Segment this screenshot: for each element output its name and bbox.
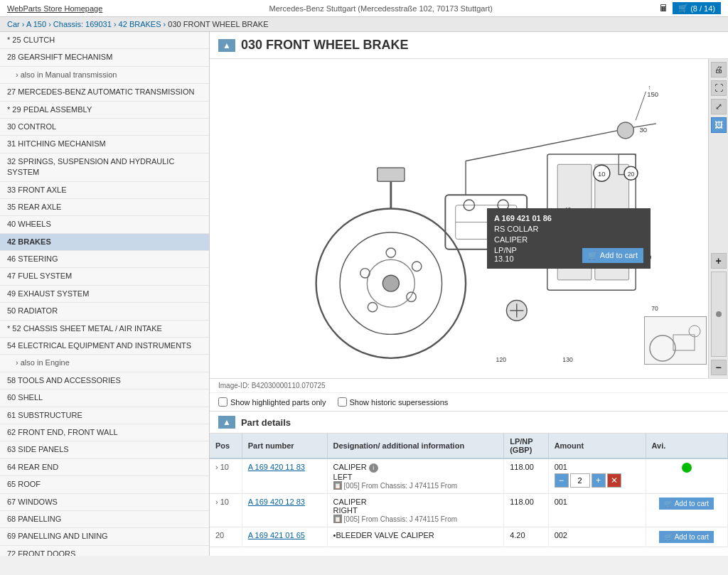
diagram-area: 10 20 30 150 ↑ 100 40 50 80 70 120 130 xyxy=(210,59,728,379)
sidebar-item[interactable]: 67 WINDOWS xyxy=(0,494,209,511)
breadcrumb-current: 030 FRONT WHEEL BRAKE xyxy=(168,20,268,28)
cart-button[interactable]: 🛒 (8 / 14) xyxy=(673,2,721,14)
collapse-parts-button[interactable]: ▲ xyxy=(218,416,235,429)
cell-designation: •BLEEDER VALVE CALIPER xyxy=(327,527,504,547)
supersessions-checkbox[interactable] xyxy=(338,397,347,407)
print-icon[interactable]: 🖨 xyxy=(711,62,727,77)
cell-designation: CALIPER RIGHT 📋 [005] From Chassis: J 47… xyxy=(327,494,504,527)
breadcrumb-item[interactable]: 42 BRAKES xyxy=(119,20,161,28)
expand-icon[interactable]: ⤢ xyxy=(711,99,727,114)
highlight-filter[interactable]: Show highlighted parts only xyxy=(218,397,326,407)
supersessions-filter[interactable]: Show historic supersessions xyxy=(338,397,449,407)
svg-point-5 xyxy=(412,262,422,271)
sidebar-item[interactable]: 46 STEERING xyxy=(0,251,209,268)
table-row: › 10 A 169 420 12 83 CALIPER RIGHT 📋 [00… xyxy=(210,494,728,527)
part-number-link[interactable]: A 169 420 11 83 xyxy=(248,463,305,471)
col-avi: Avi. xyxy=(646,434,727,458)
col-pos: Pos xyxy=(210,434,242,458)
cell-lp-np: 118.00 xyxy=(504,494,548,527)
qty-input[interactable] xyxy=(570,473,590,488)
sidebar-item[interactable]: 65 ROOF xyxy=(0,476,209,493)
sidebar-item[interactable]: 50 RADIATOR xyxy=(0,303,209,320)
part-number-link[interactable]: A 169 421 01 65 xyxy=(248,531,305,539)
sidebar-item[interactable]: 27 MERCEDES-BENZ AUTOMATIC TRANSMISSION xyxy=(0,84,209,101)
sidebar-item[interactable]: 72 FRONT DOORS xyxy=(0,546,209,556)
sidebar-item[interactable]: 47 FUEL SYSTEM xyxy=(0,268,209,285)
parts-table-body: › 10 A 169 420 11 83 CALIPER i LEFT 📋 [0… xyxy=(210,458,728,547)
sidebar-item[interactable]: * 29 PEDAL ASSEMBLY xyxy=(0,102,209,119)
highlight-checkbox[interactable] xyxy=(218,397,228,407)
svg-point-6 xyxy=(407,292,416,301)
sidebar-item[interactable]: 42 BRAKES xyxy=(0,234,209,251)
dealer-info: Mercedes-Benz Stuttgart (Mercedesstraße … xyxy=(269,4,493,13)
add-to-cart-button[interactable]: 🛒 Add to cart xyxy=(659,531,714,543)
svg-text:120: 120 xyxy=(496,356,507,363)
tooltip-popup: A 169 421 01 86 RS COLLAR CALIPER LP/NP … xyxy=(487,208,651,269)
sidebar-item[interactable]: › also in Engine xyxy=(0,355,209,372)
breadcrumb-item[interactable]: Chassis: 169031 xyxy=(53,20,112,28)
cell-part-number: A 169 420 12 83 xyxy=(242,494,327,527)
sidebar-item[interactable]: 54 ELECTRICAL EQUIPMENT AND INSTRUMENTS xyxy=(0,338,209,355)
svg-point-4 xyxy=(386,248,395,257)
sidebar-item[interactable]: 60 SHELL xyxy=(0,389,209,407)
sidebar-item[interactable]: 32 SPRINGS, SUSPENSION AND HYDRAULIC SYS… xyxy=(0,154,209,182)
breadcrumb: Car › A 150 › Chassis: 169031 › 42 BRAKE… xyxy=(0,17,728,32)
sidebar-item[interactable]: 40 WHEELS xyxy=(0,216,209,233)
info-icon[interactable]: i xyxy=(369,463,378,473)
sidebar-item[interactable]: › also in Manual transmission xyxy=(0,67,209,84)
content-area: ▲ 030 FRONT WHEEL BRAKE xyxy=(210,32,728,556)
filter-bar: Show highlighted parts only Show histori… xyxy=(210,393,728,412)
sidebar-item[interactable]: 63 SIDE PANELS xyxy=(0,441,209,458)
sidebar-item[interactable]: 33 FRONT AXLE xyxy=(0,182,209,199)
sidebar-item[interactable]: 30 CONTROL xyxy=(0,119,209,136)
cell-avi: 🛒 Add to cart xyxy=(646,527,727,547)
zoom-in-button[interactable]: + xyxy=(711,253,727,269)
qty-minus-button[interactable]: − xyxy=(555,473,569,488)
tooltip-add-cart-button[interactable]: 🛒 Add to cart xyxy=(582,248,643,263)
sidebar-item[interactable]: 58 TOOLS AND ACCESSORIES xyxy=(0,372,209,389)
cell-amount: 002 xyxy=(548,527,646,547)
parts-table: Pos Part number Designation/ additional … xyxy=(210,434,728,547)
availability-indicator xyxy=(682,463,692,473)
cell-avi: 🛒 Add to cart xyxy=(646,494,727,527)
qty-delete-button[interactable]: ✕ xyxy=(607,473,621,488)
tooltip-description: RS COLLAR xyxy=(494,225,552,233)
breadcrumb-item[interactable]: A 150 xyxy=(26,20,46,28)
sidebar-item[interactable]: 31 HITCHING MECHANISM xyxy=(0,136,209,153)
svg-point-8 xyxy=(360,269,370,278)
store-homepage-link[interactable]: WebParts Store Homepage xyxy=(7,4,102,13)
add-to-cart-button[interactable]: 🛒 Add to cart xyxy=(659,498,714,510)
fullscreen-icon[interactable]: ⛶ xyxy=(711,80,727,96)
qty-controls: − + ✕ xyxy=(555,473,640,488)
breadcrumb-item[interactable]: Car xyxy=(7,20,20,28)
sidebar: * 25 CLUTCH28 GEARSHIFT MECHANISM› also … xyxy=(0,32,210,556)
diagram-container[interactable]: 10 20 30 150 ↑ 100 40 50 80 70 120 130 xyxy=(210,59,708,372)
topbar: WebParts Store Homepage Mercedes-Benz St… xyxy=(0,0,728,17)
sidebar-item[interactable]: 68 PANELLING xyxy=(0,511,209,528)
tooltip-lp-np: LP/NP 13.10 xyxy=(494,246,552,263)
chassis-icon: 📋 xyxy=(333,515,342,523)
svg-point-7 xyxy=(368,302,377,311)
collapse-diagram-button[interactable]: ▲ xyxy=(218,39,235,52)
sidebar-item[interactable]: 49 EXHAUST SYSTEM xyxy=(0,286,209,303)
zoom-out-button[interactable]: − xyxy=(711,360,727,375)
cart-count: (8 / 14) xyxy=(690,4,715,13)
sidebar-item[interactable]: 64 REAR END xyxy=(0,459,209,476)
diagram-icons-panel: 🖨 ⛶ ⤢ 🖼 + − xyxy=(708,59,728,378)
sidebar-item[interactable]: 28 GEARSHIFT MECHANISM xyxy=(0,49,209,66)
part-number-link[interactable]: A 169 420 12 83 xyxy=(248,498,305,506)
sidebar-item[interactable]: 61 SUBSTRUCTURE xyxy=(0,407,209,424)
cell-amount: 001 xyxy=(548,494,646,527)
col-part-number: Part number xyxy=(242,434,327,458)
sidebar-item[interactable]: * 52 CHASSIS SHEET METAL / AIR INTAKE xyxy=(0,321,209,338)
page-title: 030 FRONT WHEEL BRAKE xyxy=(241,38,409,53)
image-icon[interactable]: 🖼 xyxy=(711,117,727,133)
page-title-bar: ▲ 030 FRONT WHEEL BRAKE xyxy=(210,32,728,59)
sidebar-item[interactable]: 35 REAR AXLE xyxy=(0,199,209,216)
sidebar-item[interactable]: * 25 CLUTCH xyxy=(0,32,209,49)
sidebar-item[interactable]: 69 PANELLING AND LINING xyxy=(0,528,209,545)
topbar-right: 🖩 🛒 (8 / 14) xyxy=(659,2,721,14)
qty-plus-button[interactable]: + xyxy=(592,473,606,488)
calculator-icon[interactable]: 🖩 xyxy=(659,3,668,14)
sidebar-item[interactable]: 62 FRONT END, FRONT WALL xyxy=(0,424,209,441)
